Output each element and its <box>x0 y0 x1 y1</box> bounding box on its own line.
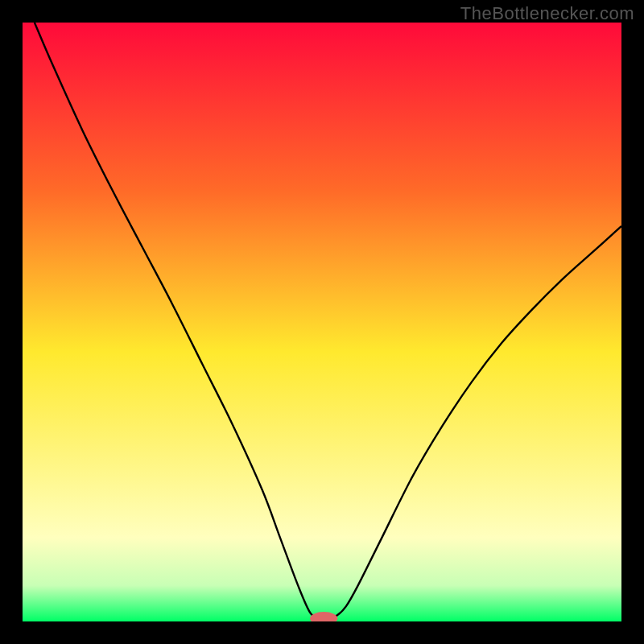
plot-area <box>23 23 621 621</box>
chart-frame: TheBottlenecker.com <box>0 0 644 644</box>
gradient-background <box>23 23 621 621</box>
bottleneck-chart <box>23 23 621 621</box>
watermark-text: TheBottlenecker.com <box>460 3 634 24</box>
